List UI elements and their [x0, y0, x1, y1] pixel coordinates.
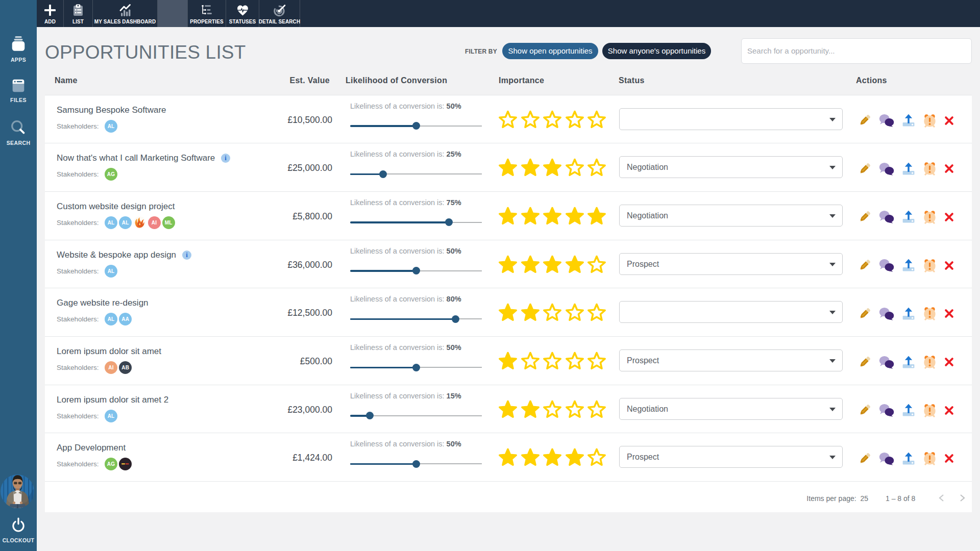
svg-text:i: i [186, 252, 188, 259]
svg-text:i: i [225, 155, 227, 162]
